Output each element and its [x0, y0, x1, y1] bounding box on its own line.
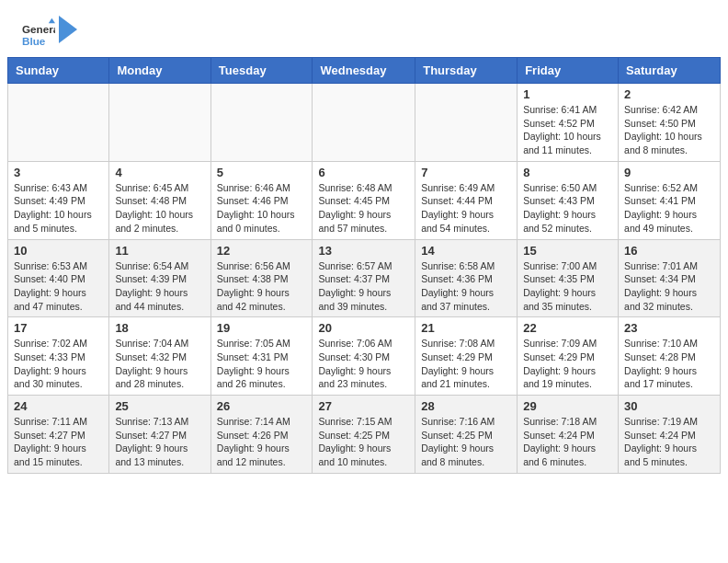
- day-number: 23: [624, 321, 714, 335]
- day-info: Sunrise: 7:09 AMSunset: 4:29 PMDaylight:…: [523, 337, 612, 391]
- day-number: 13: [318, 244, 409, 258]
- calendar-wrapper: SundayMondayTuesdayWednesdayThursdayFrid…: [0, 57, 728, 481]
- day-number: 10: [14, 244, 103, 258]
- day-number: 3: [14, 166, 103, 179]
- calendar-week-row: 24Sunrise: 7:11 AMSunset: 4:27 PMDayligh…: [8, 396, 721, 474]
- day-info: Sunrise: 6:50 AMSunset: 4:43 PMDaylight:…: [523, 181, 612, 236]
- svg-text:Blue: Blue: [22, 35, 46, 47]
- day-info: Sunrise: 7:13 AMSunset: 4:27 PMDaylight:…: [115, 415, 204, 469]
- calendar-header-tuesday: Tuesday: [210, 58, 313, 84]
- calendar-day-cell: 4Sunrise: 6:45 AMSunset: 4:48 PMDaylight…: [109, 161, 210, 239]
- calendar-day-cell: 14Sunrise: 6:58 AMSunset: 4:36 PMDayligh…: [415, 239, 518, 317]
- day-info: Sunrise: 7:02 AMSunset: 4:33 PMDaylight:…: [14, 337, 103, 391]
- day-info: Sunrise: 7:01 AMSunset: 4:34 PMDaylight:…: [624, 259, 714, 314]
- day-info: Sunrise: 6:58 AMSunset: 4:36 PMDaylight:…: [421, 259, 511, 314]
- day-info: Sunrise: 7:14 AMSunset: 4:26 PMDaylight:…: [217, 415, 307, 469]
- day-info: Sunrise: 7:11 AMSunset: 4:27 PMDaylight:…: [14, 415, 103, 469]
- day-number: 27: [318, 399, 409, 413]
- day-info: Sunrise: 6:54 AMSunset: 4:39 PMDaylight:…: [115, 259, 204, 314]
- day-number: 5: [217, 166, 307, 179]
- day-number: 8: [523, 166, 612, 179]
- calendar-day-cell: 24Sunrise: 7:11 AMSunset: 4:27 PMDayligh…: [8, 396, 109, 474]
- day-number: 6: [318, 166, 409, 179]
- day-number: 26: [217, 399, 307, 413]
- svg-marker-2: [49, 18, 55, 23]
- calendar-header-thursday: Thursday: [415, 58, 518, 84]
- calendar-day-cell: 18Sunrise: 7:04 AMSunset: 4:32 PMDayligh…: [109, 317, 210, 396]
- day-info: Sunrise: 7:19 AMSunset: 4:24 PMDaylight:…: [624, 415, 714, 469]
- calendar-day-cell: 12Sunrise: 6:56 AMSunset: 4:38 PMDayligh…: [210, 239, 313, 317]
- page-header: General Blue: [0, 0, 728, 57]
- calendar-day-cell: 27Sunrise: 7:15 AMSunset: 4:25 PMDayligh…: [313, 396, 415, 474]
- day-info: Sunrise: 6:45 AMSunset: 4:48 PMDaylight:…: [115, 181, 204, 236]
- day-info: Sunrise: 6:42 AMSunset: 4:50 PMDaylight:…: [624, 103, 714, 157]
- day-number: 21: [421, 321, 511, 335]
- day-number: 11: [115, 244, 204, 258]
- day-number: 9: [624, 166, 714, 179]
- day-number: 4: [115, 166, 204, 179]
- logo-arrow-icon: [59, 16, 77, 43]
- calendar-day-cell: [415, 84, 518, 162]
- day-number: 20: [318, 321, 409, 335]
- calendar-day-cell: 7Sunrise: 6:49 AMSunset: 4:44 PMDaylight…: [415, 161, 518, 239]
- calendar-day-cell: 17Sunrise: 7:02 AMSunset: 4:33 PMDayligh…: [8, 317, 109, 396]
- day-info: Sunrise: 7:06 AMSunset: 4:30 PMDaylight:…: [318, 337, 409, 391]
- day-number: 7: [421, 166, 511, 179]
- calendar-header-wednesday: Wednesday: [313, 58, 415, 84]
- day-info: Sunrise: 7:08 AMSunset: 4:29 PMDaylight:…: [421, 337, 511, 391]
- calendar-week-row: 10Sunrise: 6:53 AMSunset: 4:40 PMDayligh…: [8, 239, 721, 317]
- day-info: Sunrise: 6:57 AMSunset: 4:37 PMDaylight:…: [318, 259, 409, 314]
- calendar-week-row: 3Sunrise: 6:43 AMSunset: 4:49 PMDaylight…: [8, 161, 721, 239]
- svg-text:General: General: [22, 23, 55, 35]
- calendar-day-cell: 16Sunrise: 7:01 AMSunset: 4:34 PMDayligh…: [619, 239, 721, 317]
- logo-icon: General Blue: [22, 17, 55, 50]
- day-info: Sunrise: 7:04 AMSunset: 4:32 PMDaylight:…: [115, 337, 204, 391]
- day-info: Sunrise: 6:46 AMSunset: 4:46 PMDaylight:…: [217, 181, 307, 236]
- calendar-header-sunday: Sunday: [8, 58, 109, 84]
- calendar-day-cell: 1Sunrise: 6:41 AMSunset: 4:52 PMDaylight…: [518, 84, 619, 162]
- day-number: 16: [624, 244, 714, 258]
- day-info: Sunrise: 7:18 AMSunset: 4:24 PMDaylight:…: [523, 415, 612, 469]
- day-number: 30: [624, 399, 714, 413]
- day-info: Sunrise: 7:16 AMSunset: 4:25 PMDaylight:…: [421, 415, 511, 469]
- calendar-header-monday: Monday: [109, 58, 210, 84]
- day-info: Sunrise: 7:05 AMSunset: 4:31 PMDaylight:…: [217, 337, 307, 391]
- day-number: 29: [523, 399, 612, 413]
- day-number: 1: [523, 87, 612, 101]
- calendar-day-cell: [313, 84, 415, 162]
- day-number: 24: [14, 399, 103, 413]
- calendar-header-saturday: Saturday: [619, 58, 721, 84]
- calendar-day-cell: 23Sunrise: 7:10 AMSunset: 4:28 PMDayligh…: [619, 317, 721, 396]
- calendar-day-cell: 28Sunrise: 7:16 AMSunset: 4:25 PMDayligh…: [415, 396, 518, 474]
- calendar-day-cell: 8Sunrise: 6:50 AMSunset: 4:43 PMDaylight…: [518, 161, 619, 239]
- calendar-day-cell: 3Sunrise: 6:43 AMSunset: 4:49 PMDaylight…: [8, 161, 109, 239]
- calendar-day-cell: [109, 84, 210, 162]
- calendar-table: SundayMondayTuesdayWednesdayThursdayFrid…: [7, 57, 721, 474]
- day-info: Sunrise: 7:00 AMSunset: 4:35 PMDaylight:…: [523, 259, 612, 314]
- day-info: Sunrise: 6:52 AMSunset: 4:41 PMDaylight:…: [624, 181, 714, 236]
- day-info: Sunrise: 7:15 AMSunset: 4:25 PMDaylight:…: [318, 415, 409, 469]
- day-number: 2: [624, 87, 714, 101]
- calendar-day-cell: 29Sunrise: 7:18 AMSunset: 4:24 PMDayligh…: [518, 396, 619, 474]
- calendar-day-cell: [210, 84, 313, 162]
- day-number: 12: [217, 244, 307, 258]
- calendar-week-row: 1Sunrise: 6:41 AMSunset: 4:52 PMDaylight…: [8, 84, 721, 162]
- calendar-day-cell: 11Sunrise: 6:54 AMSunset: 4:39 PMDayligh…: [109, 239, 210, 317]
- calendar-day-cell: 26Sunrise: 7:14 AMSunset: 4:26 PMDayligh…: [210, 396, 313, 474]
- calendar-day-cell: 9Sunrise: 6:52 AMSunset: 4:41 PMDaylight…: [619, 161, 721, 239]
- day-number: 18: [115, 321, 204, 335]
- calendar-day-cell: 10Sunrise: 6:53 AMSunset: 4:40 PMDayligh…: [8, 239, 109, 317]
- day-number: 25: [115, 399, 204, 413]
- day-info: Sunrise: 6:48 AMSunset: 4:45 PMDaylight:…: [318, 181, 409, 236]
- day-number: 17: [14, 321, 103, 335]
- day-number: 28: [421, 399, 511, 413]
- calendar-day-cell: [8, 84, 109, 162]
- day-info: Sunrise: 6:43 AMSunset: 4:49 PMDaylight:…: [14, 181, 103, 236]
- calendar-day-cell: 30Sunrise: 7:19 AMSunset: 4:24 PMDayligh…: [619, 396, 721, 474]
- calendar-day-cell: 25Sunrise: 7:13 AMSunset: 4:27 PMDayligh…: [109, 396, 210, 474]
- day-info: Sunrise: 7:10 AMSunset: 4:28 PMDaylight:…: [624, 337, 714, 391]
- day-number: 15: [523, 244, 612, 258]
- calendar-header-row: SundayMondayTuesdayWednesdayThursdayFrid…: [8, 58, 721, 84]
- day-info: Sunrise: 6:56 AMSunset: 4:38 PMDaylight:…: [217, 259, 307, 314]
- calendar-day-cell: 2Sunrise: 6:42 AMSunset: 4:50 PMDaylight…: [619, 84, 721, 162]
